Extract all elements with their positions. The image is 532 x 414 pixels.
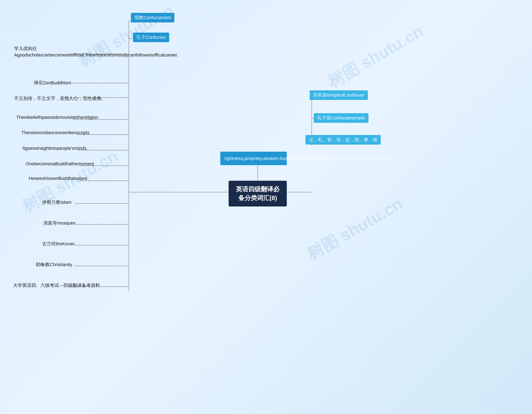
zen-buddhism-label: 禅宗ZenBuddhism	[32, 79, 73, 87]
christianity-node: 耶稣教Christianity	[34, 261, 74, 269]
virtues-node: 义，礼，智，信，忠，恕，孝，悌	[305, 135, 381, 145]
straight-minds-label: Itgoesstraightintopeople'sminds.	[21, 145, 89, 152]
confucianism-node: 儒教Confucianism	[131, 13, 174, 22]
translation-box-label: rightness,propriety,wisdom,trustworthine…	[220, 152, 287, 165]
koran-label: 古兰经theKoran	[40, 240, 76, 248]
christianity-label: 耶稣教Christianity	[34, 261, 74, 269]
he-sees-node: HeseeshisownBuddhanature.	[27, 175, 90, 182]
islam-label: 伊斯兰教Islam	[40, 198, 73, 206]
zen-buddhism-node: 禅宗ZenBuddhism	[32, 79, 73, 87]
guan-temple-node: 关帝庙templeofLordGuan	[310, 90, 368, 100]
mosques-label: 清真寺mosques	[42, 219, 77, 227]
center-label: 英语四级翻译必备分类词汇(8)	[228, 181, 287, 207]
center-node: 英语四级翻译必备分类词汇(8)	[228, 181, 287, 207]
guan-temple-label: 关帝庙templeofLordGuan	[310, 90, 368, 100]
mosques-node: 清真寺mosques	[42, 219, 77, 227]
connector-lines	[0, 0, 532, 414]
watermark-3: 树图 shutu.cn	[324, 20, 428, 93]
straight-minds-node: Itgoesstraightintopeople'sminds.	[21, 145, 89, 152]
zen-saying-node: 不立别传，不立文字，直指人心，见性成佛。	[12, 94, 107, 103]
virtues-label: 义，礼，智，信，忠，恕，孝，悌	[305, 135, 381, 145]
confucian-temple-node: 孔子庙Confuciantemple	[314, 113, 369, 123]
he-sees-label: HeseeshisownBuddhanature.	[27, 175, 90, 182]
university-label: 大学英语四、六级考试---四级翻译备考资料	[11, 282, 102, 289]
scholar-node: 学儿优则仕AgoodscholarcanbecomeanoffIcial./He…	[12, 45, 66, 59]
confucianism-label: 儒教Confucianism	[131, 13, 174, 22]
university-node: 大学英语四、六级考试---四级翻译备考资料	[11, 282, 102, 289]
zen-saying-label: 不立别传，不立文字，直指人心，见性成佛。	[12, 94, 107, 103]
no-reliance-node: Thereisnorelianceonwrittenscripts	[20, 129, 91, 136]
confucius-node: 孔子Confucius	[133, 33, 169, 42]
belief-passed-node: Therebeliefispassedonoutsidethereligion	[15, 114, 100, 121]
belief-passed-label: Therebeliefispassedonoutsidethereligion	[15, 114, 100, 121]
scholar-label: 学儿优则仕AgoodscholarcanbecomeanoffIcial./He…	[12, 45, 66, 59]
confucius-label: 孔子Confucius	[133, 33, 169, 42]
no-reliance-label: Thereisnorelianceonwrittenscripts	[20, 129, 91, 136]
translation-box-node: rightness,propriety,wisdom,trustworthine…	[220, 152, 287, 165]
koran-node: 古兰经theKoran	[40, 240, 76, 248]
confucian-temple-label: 孔子庙Confuciantemple	[314, 113, 369, 123]
one-becomes-node: OnebecomesaBuddhathemoment	[24, 160, 95, 168]
islam-node: 伊斯兰教Islam	[40, 198, 73, 206]
watermark-4: 树图 shutu.cn	[303, 193, 407, 266]
one-becomes-label: OnebecomesaBuddhathemoment	[24, 160, 95, 168]
